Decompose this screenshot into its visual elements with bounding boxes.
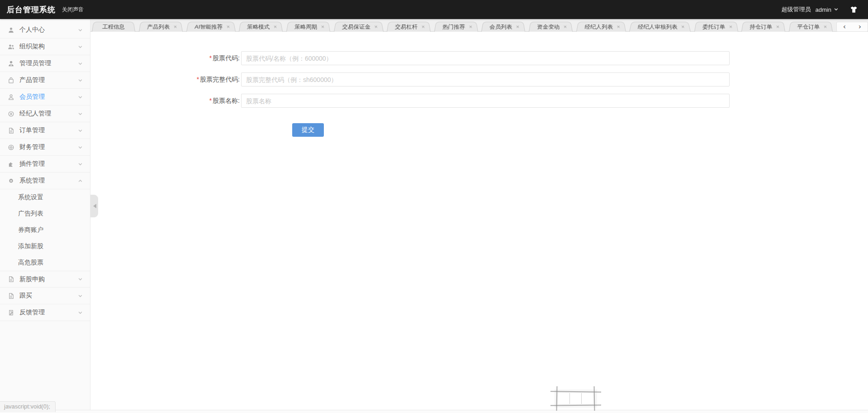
tab-hot-recommend[interactable]: 热门推荐 × xyxy=(434,22,478,32)
sidebar-item-label: 组织架构 xyxy=(19,43,45,51)
form-row-stock-name: *股票名称: xyxy=(90,94,868,108)
tab-label: 交易保证金 xyxy=(342,22,371,31)
tab-label: 产品列表 xyxy=(147,22,170,31)
chevron-icon xyxy=(78,61,83,66)
sidebar-collapse-handle[interactable] xyxy=(90,195,98,217)
sidebar-item-personal-center[interactable]: 个人中心 xyxy=(0,22,90,38)
sidebar-item-finance-mgmt[interactable]: 财务管理 xyxy=(0,139,90,156)
tab-close-icon[interactable]: × xyxy=(617,24,621,29)
tab-close-orders[interactable]: 平仓订单 × xyxy=(789,22,833,32)
sidebar: 个人中心 组织架构 管理员管理 产品管理 xyxy=(0,19,90,413)
sidebar-item-system-mgmt[interactable]: 系统管理 xyxy=(0,173,90,189)
tab-close-icon[interactable]: × xyxy=(681,24,685,29)
chevron-icon xyxy=(78,95,83,100)
tab-fund-changes[interactable]: 资金变动 × xyxy=(529,22,573,32)
gear-icon xyxy=(8,177,15,184)
bottom-scrollbar-strip[interactable] xyxy=(0,410,868,413)
required-mark: * xyxy=(209,54,212,62)
submit-button[interactable]: 提交 xyxy=(292,123,324,137)
chevron-icon xyxy=(78,293,83,298)
triangle-left-icon xyxy=(91,204,96,208)
sidebar-item-ad-list[interactable]: 广告列表 xyxy=(0,206,90,222)
sidebar-item-follow-buy[interactable]: 跟买 xyxy=(0,288,90,304)
sidebar-item-org-structure[interactable]: 组织架构 xyxy=(0,38,90,55)
sidebar-item-admin-mgmt[interactable]: 管理员管理 xyxy=(0,55,90,72)
chevron-icon xyxy=(78,277,83,282)
tab-broker-list[interactable]: 经纪人列表 × xyxy=(576,22,626,32)
tab-trade-leverage[interactable]: 交易杠杆 × xyxy=(387,22,431,32)
app-title: 后台管理系统 xyxy=(7,5,56,15)
tab-close-icon[interactable]: × xyxy=(823,24,827,29)
chevron-icon xyxy=(78,178,83,183)
tab-close-icon[interactable]: × xyxy=(226,24,230,29)
tab-close-icon[interactable]: × xyxy=(469,24,473,29)
top-bar: 后台管理系统 关闭声音 超级管理员 admin xyxy=(0,0,868,19)
sidebar-item-ipo-subscribe[interactable]: 新股申购 xyxy=(0,271,90,288)
ime-toggle-button[interactable] xyxy=(582,393,593,404)
main-content: *股票代码: *股票完整代码: *股票名称: 提交 xyxy=(90,32,868,413)
tab-close-icon[interactable]: × xyxy=(729,24,733,29)
sound-toggle-link[interactable]: 关闭声音 xyxy=(62,6,84,14)
sidebar-item-system-settings[interactable]: 系统设置 xyxy=(0,189,90,206)
tab-label: 经纪人审核列表 xyxy=(637,22,678,31)
text-input[interactable] xyxy=(241,94,730,108)
tab-scroll-right-icon[interactable]: › xyxy=(859,23,861,30)
sketch-line xyxy=(594,386,595,411)
chevron-icon xyxy=(78,111,83,116)
sidebar-item-label: 券商账户 xyxy=(18,226,43,234)
tab-entrust-orders[interactable]: 委托订单 × xyxy=(694,22,738,32)
puzzle-icon xyxy=(8,160,15,168)
tab-close-icon[interactable]: × xyxy=(516,24,520,29)
tab-position-orders[interactable]: 持仓订单 × xyxy=(741,22,785,32)
tab-product-list[interactable]: 产品列表 × xyxy=(139,22,183,32)
sidebar-item-feedback-mgmt[interactable]: 反馈管理 xyxy=(0,304,90,321)
tab-close-icon[interactable]: × xyxy=(274,24,278,29)
sidebar-item-label: 财务管理 xyxy=(19,143,45,151)
tab-close-icon[interactable]: × xyxy=(321,24,325,29)
tab-strategy-cycle[interactable]: 策略周期 × xyxy=(286,22,330,32)
chevron-icon xyxy=(78,145,83,150)
field-label: *股票完整代码: xyxy=(90,76,240,84)
tab-label: 策略模式 xyxy=(247,22,270,31)
tab-label: 会员列表 xyxy=(489,22,513,31)
text-input[interactable] xyxy=(241,72,730,86)
sidebar-item-broker-account[interactable]: 券商账户 xyxy=(0,222,90,238)
user-role-label: 超级管理员 xyxy=(782,5,811,14)
sidebar-item-plugin-mgmt[interactable]: 插件管理 xyxy=(0,156,90,173)
sidebar-item-product-mgmt[interactable]: 产品管理 xyxy=(0,72,90,89)
topbar-right: 超级管理员 admin xyxy=(782,5,858,14)
tab-label: 持仓订单 xyxy=(749,22,773,31)
sidebar-item-label: 广告列表 xyxy=(18,210,43,218)
tab-trade-margin[interactable]: 交易保证金 × xyxy=(334,22,384,32)
form-row-stock-full-code: *股票完整代码: xyxy=(90,72,868,86)
theme-tshirt-icon[interactable] xyxy=(849,5,858,14)
tab-close-icon[interactable]: × xyxy=(776,24,780,29)
sidebar-item-member-mgmt[interactable]: 会员管理 xyxy=(0,89,90,106)
browser-status-bubble: javascript:void(0); xyxy=(0,401,56,412)
ime-toggle-button[interactable] xyxy=(558,393,570,404)
sidebar-item-label: 新股申购 xyxy=(19,275,45,283)
tab-scroll-left-icon[interactable]: ‹ xyxy=(843,23,846,30)
tab-label: 平仓订单 xyxy=(797,22,820,31)
text-input[interactable] xyxy=(241,51,730,65)
tab-close-icon[interactable]: × xyxy=(173,24,177,29)
tab-close-icon[interactable]: × xyxy=(374,24,378,29)
sidebar-item-broker-mgmt[interactable]: 经纪人管理 xyxy=(0,106,90,122)
ime-toggle-button[interactable] xyxy=(570,393,582,404)
tab-close-icon[interactable]: × xyxy=(563,24,567,29)
tab-label: 资金变动 xyxy=(536,22,560,31)
chevron-down-icon xyxy=(831,6,839,13)
chevron-icon xyxy=(78,28,83,33)
tab-close-icon[interactable]: × xyxy=(422,24,426,29)
sidebar-item-order-mgmt[interactable]: 订单管理 xyxy=(0,122,90,139)
tab-broker-review-list[interactable]: 经纪人审核列表 × xyxy=(629,22,691,32)
tab-strategy-mode[interactable]: 策略模式 × xyxy=(239,22,283,32)
tab-ai-recommend[interactable]: AI智能推荐 × xyxy=(186,22,236,32)
user-dropdown[interactable]: admin xyxy=(816,6,839,13)
sketch-line xyxy=(550,405,601,406)
sidebar-item-add-new-stock[interactable]: 添加新股 xyxy=(0,238,90,255)
sidebar-item-label: 订单管理 xyxy=(19,126,45,134)
tab-member-list[interactable]: 会员列表 × xyxy=(481,22,525,32)
sidebar-item-high-risk-stock[interactable]: 高危股票 xyxy=(0,255,90,271)
tab-project-info[interactable]: 工程信息 xyxy=(92,22,135,32)
